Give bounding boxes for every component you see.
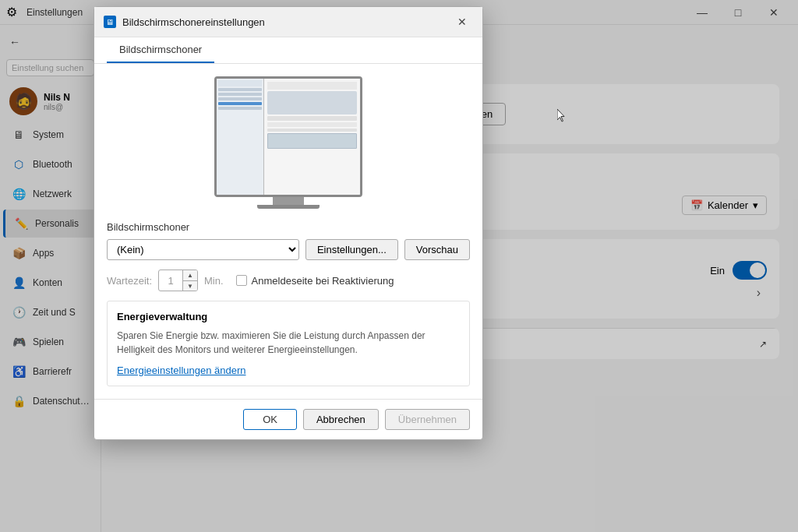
- spinner-buttons: ▲ ▼: [182, 270, 197, 291]
- section-label: Bildschirmschoner: [107, 221, 470, 233]
- bildschirmschoner-dialog: 🖥 Bildschirmschonereinstellungen ✕ Bilds…: [94, 6, 483, 440]
- abbrechen-button[interactable]: Abbrechen: [303, 409, 379, 430]
- einstellungen-button[interactable]: Einstellungen...: [305, 239, 398, 260]
- spinner-down-button[interactable]: ▼: [183, 280, 197, 291]
- anmeldeseite-label: Anmeldeseite bei Reaktivierung: [252, 275, 394, 287]
- energieverwaltung-title: Energieverwaltung: [117, 311, 460, 322]
- min-label: Min.: [204, 275, 224, 287]
- checkbox-label[interactable]: Anmeldeseite bei Reaktivierung: [236, 275, 394, 287]
- wartezeit-input[interactable]: [159, 273, 182, 288]
- modal-close-button[interactable]: ✕: [451, 13, 473, 30]
- ubernehmen-button[interactable]: Übernehmen: [385, 409, 470, 430]
- modal-app-icon: 🖥: [104, 16, 116, 28]
- screen-preview-container: [214, 76, 362, 209]
- modal-overlay: 🖥 Bildschirmschonereinstellungen ✕ Bilds…: [0, 0, 798, 532]
- energieverwaltung-section: Energieverwaltung Sparen Sie Energie bzw…: [107, 301, 470, 386]
- modal-tabs: Bildschirmschoner: [94, 37, 482, 64]
- vorschau-button[interactable]: Vorschau: [404, 239, 470, 260]
- ok-button[interactable]: OK: [243, 409, 297, 430]
- wartezeit-label: Wartezeit:: [107, 275, 152, 287]
- screen-inner: [217, 79, 360, 195]
- screensaver-dropdown[interactable]: (Kein): [107, 239, 299, 260]
- energieverwaltung-text: Sparen Sie Energie bzw. maximieren Sie d…: [117, 329, 460, 357]
- screen-content-mini: [264, 79, 360, 195]
- screen-base: [257, 205, 320, 209]
- energy-link[interactable]: Energieeinstellungen ändern: [117, 365, 246, 376]
- modal-title: Bildschirmschonereinstellungen: [122, 16, 451, 28]
- bildschirmschoner-tab[interactable]: Bildschirmschoner: [107, 37, 214, 63]
- wartezeit-row: Wartezeit: ▲ ▼ Min. Anmeldeseite bei Rea…: [107, 270, 470, 291]
- wartezeit-spinner[interactable]: ▲ ▼: [158, 270, 198, 291]
- screen-sidebar-mini: [217, 79, 264, 195]
- preview-area: [107, 76, 470, 209]
- screen-stand: [273, 197, 304, 205]
- section-label-text: Bildschirmschoner: [107, 221, 189, 233]
- modal-body: Bildschirmschoner (Kein) Einstellungen..…: [94, 64, 482, 399]
- screensaver-form-row: (Kein) Einstellungen... Vorschau: [107, 239, 470, 260]
- screen-preview: [214, 76, 362, 197]
- modal-footer: OK Abbrechen Übernehmen: [94, 399, 482, 439]
- anmeldeseite-checkbox[interactable]: [236, 275, 247, 286]
- modal-titlebar: 🖥 Bildschirmschonereinstellungen ✕: [94, 7, 482, 37]
- spinner-up-button[interactable]: ▲: [183, 270, 197, 280]
